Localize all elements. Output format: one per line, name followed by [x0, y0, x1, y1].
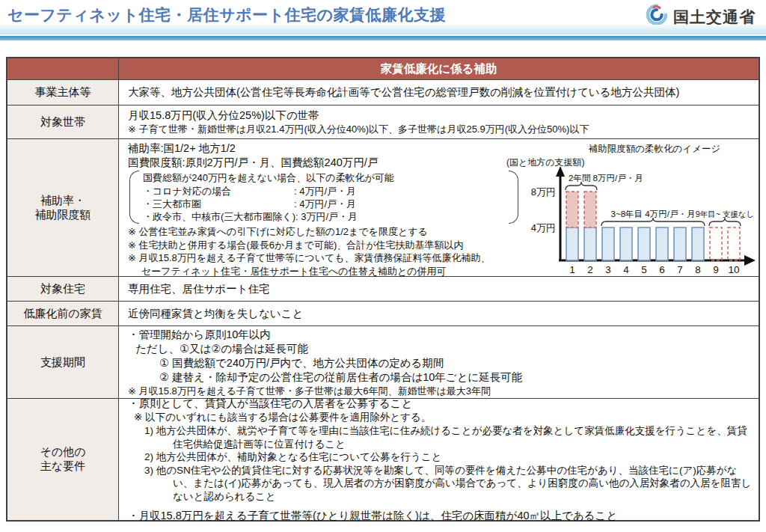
title-rule	[0, 36, 766, 40]
svg-text:1: 1	[569, 264, 575, 275]
sonota-item: 1) 地方公共団体が、就労や子育て等を理由に当該住宅に住み続けることが必要な者を…	[128, 424, 753, 450]
note-line: ※ 住宅扶助と併用する場合(最長6か月まで可能)、合計が住宅扶助基準額以内	[128, 239, 509, 252]
shien-line: ② 建替え・除却予定の公営住宅の従前居住者の場合は10年ごとに延長可能	[159, 370, 753, 385]
flex-item: ・政令市、中核市(三大都市圏除く) : 3万円/戸・月	[143, 210, 505, 223]
left-parenthesis	[129, 171, 139, 224]
svg-text:補助限度額の柔軟化のイメージ: 補助限度額の柔軟化のイメージ	[589, 144, 720, 154]
taisho-jutaku-text: 専用住宅、居住サポート住宅	[128, 282, 753, 296]
table-row-sonota: その他の 主な要件 ・原則として、賃貸人が当該住宅の入居者を公募すること ※ 以…	[7, 398, 759, 520]
slide-page: セーフティネット住宅・居住サポート住宅の家賃低廉化支援 国土交通省 家賃低廉化に…	[0, 0, 766, 532]
svg-text:4万円: 4万円	[531, 222, 556, 233]
hojo-rate: 補助率:国1/2+ 地方1/2	[128, 141, 509, 156]
table-row-hojo: 補助率・ 補助限度額 補助率:国1/2+ 地方1/2 国費限度額:原則2万円/戸…	[7, 138, 759, 276]
hojo-limit: 国費限度額:原則2万円/戸・月、国費総額240万円/戸	[128, 156, 509, 170]
svg-text:2: 2	[587, 264, 593, 275]
teirenka-mae-text: 近傍同種家賃と均衡を失しないこと	[128, 307, 753, 321]
shien-line: ・管理開始から原則10年以内	[128, 328, 753, 342]
taisho-setai-line1: 月収15.8万円(収入分位25%)以下の世帯	[128, 108, 753, 123]
sonota-label-line2: 主な要件	[40, 459, 85, 474]
row-label-jigyo: 事業主体等	[7, 80, 119, 105]
shien-line: ただし、①又は②の場合は延長可能	[135, 342, 753, 356]
svg-text:8万円: 8万円	[531, 186, 556, 198]
note-line: セーフティネット住宅・居住サポート住宅への住替え補助との併用可	[141, 265, 509, 278]
table-row-taisho-jutaku: 対象住宅 専用住宅、居住サポート住宅	[7, 276, 759, 301]
note-line: ※ 公営住宅並み家賃への引下げに対応した額の1/2までを限度とする	[128, 225, 509, 239]
hojo-notes: ※ 公営住宅並み家賃への引下げに対応した額の1/2までを限度とする ※ 住宅扶助…	[128, 225, 509, 278]
note-line: ※ 月収15.8万円を超える子育て世帯等についても、家賃債務保証料等低廉化補助、	[128, 251, 509, 265]
table-row-taisho-setai: 対象世帯 月収15.8万円(収入分位25%)以下の世帯 ※ 子育て世帯・新婚世帯…	[7, 105, 759, 138]
sonota-last: ・月収15.8万円を超える子育て世帯等(ひとり親世帯は除く)は、住宅の床面積が4…	[128, 509, 753, 523]
svg-text:5: 5	[641, 264, 647, 275]
svg-text:9年目~ 支援なし: 9年目~ 支援なし	[696, 210, 754, 218]
table-row-shien-kikan: 支援期間 ・管理開始から原則10年以内 ただし、①又は②の場合は延長可能 ① 国…	[7, 325, 759, 398]
sonota-item: 2) 地方公共団体が、補助対象となる住宅について公募を行うこと	[128, 450, 753, 464]
hojo-label-line1: 補助率・	[40, 194, 85, 208]
svg-text:7: 7	[677, 264, 683, 275]
svg-text:8: 8	[695, 264, 701, 275]
row-content-teirenka-mae: 近傍同種家賃と均衡を失しないこと	[119, 302, 759, 325]
row-label-sonota: その他の 主な要件	[7, 399, 119, 520]
svg-text:4: 4	[623, 264, 629, 275]
row-content-sonota: ・原則として、賃貸人が当該住宅の入居者を公募すること ※ 以下のいずれにも該当す…	[119, 399, 759, 520]
flex-item: ・コロナ対応の場合 : 4万円/戸・月	[143, 185, 505, 198]
row-content-hojo: 補助率:国1/2+ 地方1/2 国費限度額:原則2万円/戸・月、国費総額240万…	[119, 139, 759, 276]
flex-heading: 国費総額が240万円を超えない場合、以下の柔軟化が可能	[143, 171, 505, 184]
flex-item: ・三大都市圏 : 4万円/戸・月	[143, 198, 505, 210]
svg-text:2年間 8万円/戸・月: 2年間 8万円/戸・月	[569, 174, 643, 183]
row-label-hojo: 補助率・ 補助限度額	[7, 139, 119, 276]
title-band	[0, 25, 766, 34]
svg-text:3: 3	[605, 264, 611, 275]
hojo-label-line2: 補助限度額	[35, 208, 91, 222]
shien-line: ① 国費総額で240万円/戸内で、地方公共団体の定める期間	[159, 356, 753, 370]
svg-text:10: 10	[728, 264, 739, 275]
row-label-taisho-setai: 対象世帯	[7, 106, 119, 138]
table-header-row: 家賃低廉化に係る補助	[7, 58, 759, 79]
svg-text:6: 6	[659, 264, 665, 275]
subsidy-table: 家賃低廉化に係る補助 事業主体等 大家等、地方公共団体(公営住宅等長寿命化計画等…	[6, 57, 760, 522]
row-content-taisho-jutaku: 専用住宅、居住サポート住宅	[119, 277, 759, 301]
sonota-label-line1: その他の	[40, 445, 85, 459]
row-content-taisho-setai: 月収15.8万円(収入分位25%)以下の世帯 ※ 子育て世帯・新婚世帯は月収21…	[119, 106, 759, 138]
row-content-shien-kikan: ・管理開始から原則10年以内 ただし、①又は②の場合は延長可能 ① 国費総額で2…	[119, 326, 759, 398]
header-label-cell	[7, 58, 119, 79]
row-content-jigyo: 大家等、地方公共団体(公営住宅等長寿命化計画等で公営住宅の総管理戸数の削減を位置…	[119, 80, 759, 105]
row-label-teirenka-mae: 低廉化前の家賃	[7, 302, 119, 325]
page-title: セーフティネット住宅・居住サポート住宅の家賃低廉化支援	[7, 4, 446, 25]
sonota-note: ※ 以下のいずれにも該当する場合は公募要件を適用除外とする。	[134, 411, 753, 424]
table-header: 家賃低廉化に係る補助	[119, 58, 759, 79]
table-row-teirenka-mae: 低廉化前の家賃 近傍同種家賃と均衡を失しないこと	[7, 301, 759, 325]
sonota-item: 3) 他のSN住宅や公的賃貸住宅に対する応募状況等を勘案して、同等の要件を備えた…	[128, 464, 753, 504]
sonota-intro: ・原則として、賃貸人が当該住宅の入居者を公募すること	[128, 397, 753, 411]
flexible-limit-box: 国費総額が240万円を超えない場合、以下の柔軟化が可能 ・コロナ対応の場合 : …	[129, 171, 518, 224]
svg-text:(国と地方の支援額): (国と地方の支援額)	[506, 157, 585, 168]
row-label-shien-kikan: 支援期間	[7, 326, 119, 398]
shien-note: ※ 月収15.8万円を超える子育て世帯・多子世帯は最大6年間、新婚世帯は最大3年…	[128, 385, 753, 397]
taisho-setai-line2: ※ 子育て世帯・新婚世帯は月収21.4万円(収入分位40%)以下、多子世帯は月収…	[128, 123, 753, 135]
svg-text:9: 9	[713, 264, 719, 275]
table-row-jigyo: 事業主体等 大家等、地方公共団体(公営住宅等長寿命化計画等で公営住宅の総管理戸数…	[7, 79, 759, 105]
jigyo-text: 大家等、地方公共団体(公営住宅等長寿命化計画等で公営住宅の総管理戸数の削減を位置…	[128, 85, 753, 100]
row-label-taisho-jutaku: 対象住宅	[7, 277, 119, 301]
svg-text:3~8年目 4万円/戸・月: 3~8年目 4万円/戸・月	[611, 210, 696, 218]
subsidy-limit-chart: 補助限度額の柔軟化のイメージ(国と地方の支援額)8万円4万円1234567891…	[506, 142, 758, 278]
